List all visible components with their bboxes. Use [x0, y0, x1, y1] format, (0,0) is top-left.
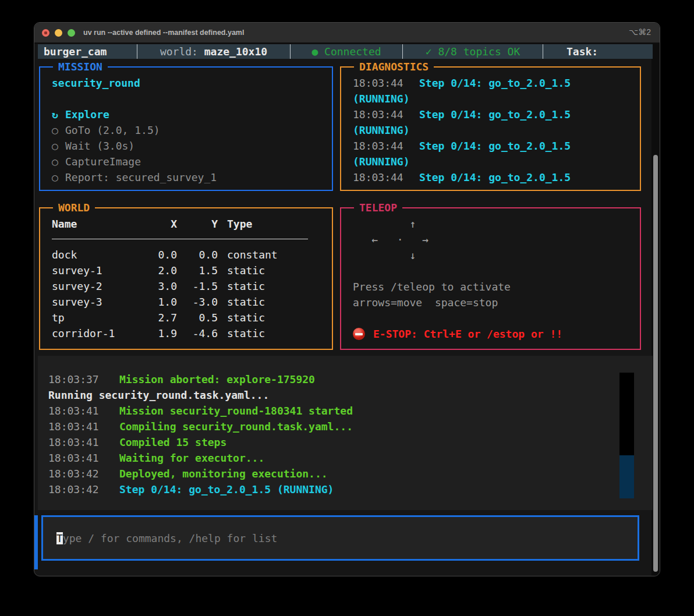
log-message: Step 0/14: go_to_2.0_1.5 (RUNNING) — [119, 482, 334, 497]
cell-x: 2.7 — [145, 310, 177, 325]
minimize-button[interactable] — [55, 29, 62, 37]
diag-timestamp: 18:03:44 — [353, 138, 419, 154]
log-timestamp: 18:03:41 — [48, 419, 119, 434]
pending-circle-icon: ○ — [52, 169, 65, 185]
log-message: Deployed, monitoring execution... — [119, 466, 328, 482]
cell-y: -1.5 — [177, 278, 218, 294]
diag-timestamp: 18:03:44 — [353, 169, 419, 185]
mission-name: security_round — [52, 75, 324, 91]
teleop-hint-activate: Press /teleop to activate — [353, 279, 632, 295]
diag-timestamp: 18:03:44 — [353, 107, 419, 122]
world-panel-title: WORLD — [53, 201, 95, 215]
diagnostics-panel: DIAGNOSTICS 18:03:44Step 0/14: go_to_2.0… — [340, 66, 641, 191]
command-input[interactable]: Type / for commands, /help for list — [41, 515, 639, 561]
cell-type: static — [218, 263, 324, 278]
cell-x: 1.9 — [145, 325, 177, 341]
diag-message: Step 0/14: go_to_2.0_1.5 — [419, 107, 571, 122]
pending-circle-icon: ○ — [52, 122, 65, 138]
log-message: Mission security_round-180341 started — [119, 403, 353, 419]
log-line: 18:03:42Step 0/14: go_to_2.0_1.5 (RUNNIN… — [48, 482, 653, 497]
log-line: 18:03:37Mission aborted: explore-175920 — [48, 371, 653, 387]
mission-step: ○Report: secured_survey_1 — [52, 169, 324, 185]
cell-name: survey-3 — [52, 294, 145, 310]
col-header-type: Type — [218, 216, 324, 232]
log-line: 18:03:41Mission security_round-180341 st… — [48, 403, 653, 419]
cell-type: static — [218, 325, 324, 341]
world-table-header: Name X Y Type — [52, 216, 324, 232]
connected-dot-icon: ● — [311, 45, 318, 58]
cell-x: 3.0 — [145, 278, 177, 294]
diagnostics-entry: 18:03:44Step 0/14: go_to_2.0_1.5 — [353, 75, 632, 91]
close-button[interactable] — [42, 29, 49, 37]
estop-row: E-STOP: Ctrl+E or /estop or !! — [353, 326, 632, 342]
diag-timestamp: 18:03:44 — [353, 75, 419, 91]
diag-message: Step 0/14: go_to_2.0_1.5 — [419, 75, 571, 91]
cell-y: 0.5 — [177, 310, 218, 325]
world-table-rows: dock0.00.0constant survey-12.01.5static … — [52, 247, 324, 341]
cell-y: -4.6 — [177, 325, 218, 341]
log-timestamp: 18:03:41 — [48, 403, 119, 419]
mission-step-label: Report: secured_survey_1 — [65, 169, 217, 185]
col-header-name: Name — [52, 216, 145, 232]
pending-circle-icon: ○ — [52, 138, 65, 154]
topics-status: ✓ 8/8 topics OK — [403, 44, 543, 59]
mission-step: ○Wait (3.0s) — [52, 138, 324, 154]
mission-step-label: Explore — [65, 107, 109, 122]
pending-circle-icon: ○ — [52, 154, 65, 169]
world-value: maze_10x10 — [204, 45, 267, 58]
window-scrollbar[interactable] — [653, 155, 658, 572]
log-scrollbar-track[interactable] — [619, 373, 634, 455]
input-focus-strip — [34, 515, 38, 569]
teleop-panel: TELEOP ↑ ← · → ↓ Press /teleop to activa… — [340, 207, 641, 350]
diagnostics-entry: 18:03:44Step 0/14: go_to_2.0_1.5 — [353, 138, 632, 154]
col-header-y: Y — [177, 216, 218, 232]
mission-panel: MISSION security_round ↻Explore ○GoTo (2… — [39, 66, 333, 191]
mission-step: ○GoTo (2.0, 1.5) — [52, 122, 324, 138]
diag-status: (RUNNING) — [353, 154, 632, 169]
zoom-button[interactable] — [68, 29, 75, 37]
mission-step-label: Wait (3.0s) — [65, 138, 134, 154]
log-line: 18:03:41Compiled 15 steps — [48, 434, 653, 450]
mission-step-label: CaptureImage — [65, 154, 141, 169]
diag-message: Step 0/14: go_to_2.0_1.5 — [419, 169, 571, 185]
cell-name: survey-1 — [52, 263, 145, 278]
mission-panel-title: MISSION — [53, 60, 108, 74]
spinner-icon: ↻ — [52, 107, 65, 122]
cell-name: dock — [52, 247, 145, 263]
cell-y: 0.0 — [177, 247, 218, 263]
window-title: uv run --active defined --manifest defin… — [83, 29, 244, 37]
cell-type: static — [218, 310, 324, 325]
no-entry-icon — [353, 328, 365, 340]
teleop-hint-keys: arrows=move space=stop — [353, 295, 632, 310]
diagnostics-entry: 18:03:44Step 0/14: go_to_2.0_1.5 — [353, 107, 632, 122]
cell-y: -3.0 — [177, 294, 218, 310]
teleop-panel-title: TELEOP — [354, 201, 402, 215]
diag-status: (RUNNING) — [353, 91, 632, 107]
cell-type: static — [218, 294, 324, 310]
cell-type: constant — [218, 247, 324, 263]
log-scrollbar[interactable] — [619, 373, 634, 498]
mission-step: ↻Explore — [52, 107, 324, 122]
traffic-lights — [42, 29, 75, 37]
log-line: 18:03:42Deployed, monitoring execution..… — [48, 466, 653, 482]
world-indicator: world: maze_10x10 — [137, 44, 290, 59]
table-rule — [52, 239, 308, 239]
connection-label: Connected — [318, 45, 381, 58]
log-timestamp: 18:03:42 — [48, 466, 119, 482]
world-label: world: — [160, 45, 204, 58]
log-message: Mission aborted: explore-175920 — [119, 371, 315, 387]
arrow-up-icon: ↑ — [353, 216, 632, 232]
log-output: 18:03:37Mission aborted: explore-175920 … — [38, 356, 653, 510]
mission-step-label: GoTo (2.0, 1.5) — [65, 122, 160, 138]
diag-status: (RUNNING) — [353, 122, 632, 138]
log-timestamp: 18:03:41 — [48, 434, 119, 450]
status-bar: burger_cam world: maze_10x10 ● Connected… — [38, 44, 653, 59]
log-timestamp: 18:03:42 — [48, 482, 119, 497]
log-timestamp: 18:03:41 — [48, 450, 119, 466]
log-line: 18:03:41Waiting for executor... — [48, 450, 653, 466]
world-panel: WORLD Name X Y Type dock0.00.0constant s… — [39, 207, 333, 350]
cell-name: survey-2 — [52, 278, 145, 294]
log-scrollbar-thumb[interactable] — [619, 455, 634, 498]
window-shortcut-badge: ⌥⌘2 — [629, 27, 651, 37]
task-label: Task: — [543, 44, 653, 59]
